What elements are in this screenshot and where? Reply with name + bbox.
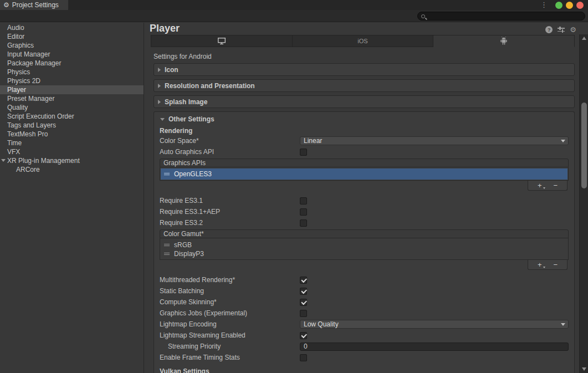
graphics-apis-header: Graphics APIs (160, 159, 569, 167)
sidebar-item-input-manager[interactable]: Input Manager (0, 50, 144, 59)
sidebar-item-physics[interactable]: Physics (0, 68, 144, 76)
section-resolution-and-presentation[interactable]: Resolution and Presentation (154, 79, 575, 92)
list-item-label: sRGB (174, 241, 192, 249)
sidebar-item-arcore[interactable]: ARCore (0, 165, 144, 174)
scroll-up-icon[interactable] (582, 37, 586, 40)
frame-timing-row: Enable Frame Timing Stats (160, 352, 569, 363)
compute-skinning-row: Compute Skinning* (160, 297, 569, 308)
require-es31aep-checkbox[interactable] (300, 208, 307, 216)
ios-tab-label: iOS (357, 38, 367, 44)
scrollbar-thumb[interactable] (581, 103, 587, 188)
graphics-jobs-row: Graphics Jobs (Experimental) (160, 308, 569, 319)
section-icon[interactable]: Icon (154, 63, 575, 76)
monitor-icon (217, 37, 226, 45)
color-gamut-body: sRGB DisplayP3 (160, 238, 569, 260)
streaming-priority-field[interactable] (300, 343, 569, 351)
scroll-down-icon[interactable] (582, 367, 586, 371)
settings-sidebar: Audio Editor Graphics Input Manager Pack… (0, 23, 144, 373)
chevron-down-icon (543, 267, 545, 268)
sidebar-item-audio[interactable]: Audio (0, 23, 144, 32)
require-es32-row: Require ES3.2 (160, 217, 569, 228)
sidebar-item-time[interactable]: Time (0, 139, 144, 147)
color-space-dropdown[interactable]: Linear (300, 136, 569, 145)
search-input[interactable] (425, 13, 581, 19)
require-es31-row: Require ES3.1 (160, 195, 569, 206)
search-icon (421, 14, 425, 18)
lightmap-encoding-dropdown[interactable]: Low Quality (300, 320, 569, 329)
compute-skinning-label: Compute Skinning* (160, 298, 300, 306)
graphics-jobs-checkbox[interactable] (300, 310, 307, 317)
drag-handle-icon[interactable] (164, 244, 170, 246)
graphics-apis-list-footer: + − (528, 181, 567, 191)
sidebar-item-editor[interactable]: Editor (0, 32, 144, 41)
page-title: Player (150, 23, 180, 34)
other-settings-foldout[interactable]: Other Settings (160, 114, 569, 124)
require-es31aep-row: Require ES3.1+AEP (160, 206, 569, 217)
window-button-red[interactable] (576, 2, 584, 9)
compute-skinning-checkbox[interactable] (300, 299, 307, 306)
sidebar-item-vfx[interactable]: VFX (0, 147, 144, 156)
foldout-expanded-icon[interactable] (1, 159, 6, 162)
sidebar-item-player[interactable]: Player (0, 85, 144, 94)
preset-icon[interactable] (558, 27, 565, 33)
sidebar-item-graphics[interactable]: Graphics (0, 41, 144, 50)
foldout-collapsed-icon (158, 68, 161, 72)
window-button-yellow[interactable] (566, 2, 573, 9)
project-settings-window-tab[interactable]: ⚙ Project Settings (0, 0, 68, 10)
add-button[interactable]: + (535, 261, 544, 268)
color-space-row: Color Space* Linear (160, 135, 569, 146)
drag-handle-icon[interactable] (164, 173, 170, 175)
lightmap-encoding-row: Lightmap Encoding Low Quality (160, 319, 569, 330)
require-es31-label: Require ES3.1 (160, 197, 300, 205)
list-item-displayp3[interactable]: DisplayP3 (161, 249, 567, 258)
tab-android[interactable] (433, 35, 575, 47)
window-menu-icon[interactable]: ⋮ (540, 1, 548, 9)
require-es32-checkbox[interactable] (300, 219, 307, 227)
graphics-apis-list: Graphics APIs OpenGLES3 + − (160, 159, 569, 191)
lightmap-streaming-checkbox[interactable] (300, 332, 307, 339)
list-item-label: OpenGLES3 (174, 170, 212, 178)
drag-handle-icon[interactable] (164, 253, 170, 255)
window-tab-bar: ⚙ Project Settings ⋮ (0, 0, 588, 10)
settings-gear-icon[interactable]: ⚙ (570, 26, 576, 33)
sidebar-item-script-execution-order[interactable]: Script Execution Order (0, 112, 144, 121)
other-settings-label: Other Settings (168, 115, 214, 123)
chevron-down-icon (561, 323, 565, 326)
gear-icon: ⚙ (3, 2, 9, 8)
section-splash-image[interactable]: Splash Image (154, 95, 575, 108)
tab-standalone[interactable] (151, 35, 293, 47)
sidebar-item-textmesh-pro[interactable]: TextMesh Pro (0, 130, 144, 139)
require-es31aep-label: Require ES3.1+AEP (160, 208, 300, 216)
color-gamut-list: Color Gamut* sRGB DisplayP3 + − (160, 229, 569, 270)
remove-button[interactable]: − (551, 182, 560, 189)
help-icon[interactable]: ? (545, 26, 553, 33)
auto-graphics-api-checkbox[interactable] (300, 149, 307, 156)
search-box[interactable] (417, 12, 585, 21)
require-es31-checkbox[interactable] (300, 197, 307, 205)
sidebar-item-quality[interactable]: Quality (0, 103, 144, 112)
list-item-label: DisplayP3 (174, 250, 204, 258)
section-other-settings: Other Settings Rendering Color Space* Li… (154, 111, 575, 373)
multithreaded-rendering-checkbox[interactable] (300, 277, 307, 284)
sidebar-item-tags-and-layers[interactable]: Tags and Layers (0, 121, 144, 130)
sidebar-item-xr-plugin-management[interactable]: XR Plug-in Management (0, 156, 144, 165)
foldout-collapsed-icon (158, 84, 161, 88)
auto-graphics-api-label: Auto Graphics API (160, 148, 300, 156)
frame-timing-checkbox[interactable] (300, 354, 307, 361)
vulkan-settings-header: Vulkan Settings (160, 366, 569, 373)
lightmap-streaming-label: Lightmap Streaming Enabled (160, 331, 300, 339)
add-button[interactable]: + (535, 182, 544, 189)
toolbar (0, 10, 588, 22)
static-batching-checkbox[interactable] (300, 288, 307, 295)
remove-button[interactable]: − (551, 261, 560, 268)
sidebar-item-physics-2d[interactable]: Physics 2D (0, 76, 144, 85)
sidebar-item-package-manager[interactable]: Package Manager (0, 59, 144, 68)
window-button-green[interactable] (555, 2, 563, 9)
vertical-scrollbar[interactable] (579, 34, 588, 373)
list-item-srgb[interactable]: sRGB (161, 241, 567, 249)
tab-ios[interactable]: iOS (293, 35, 434, 47)
list-item-opengles3[interactable]: OpenGLES3 (161, 168, 567, 180)
color-space-label: Color Space* (160, 137, 300, 145)
static-batching-label: Static Batching (160, 287, 300, 295)
sidebar-item-preset-manager[interactable]: Preset Manager (0, 94, 144, 103)
